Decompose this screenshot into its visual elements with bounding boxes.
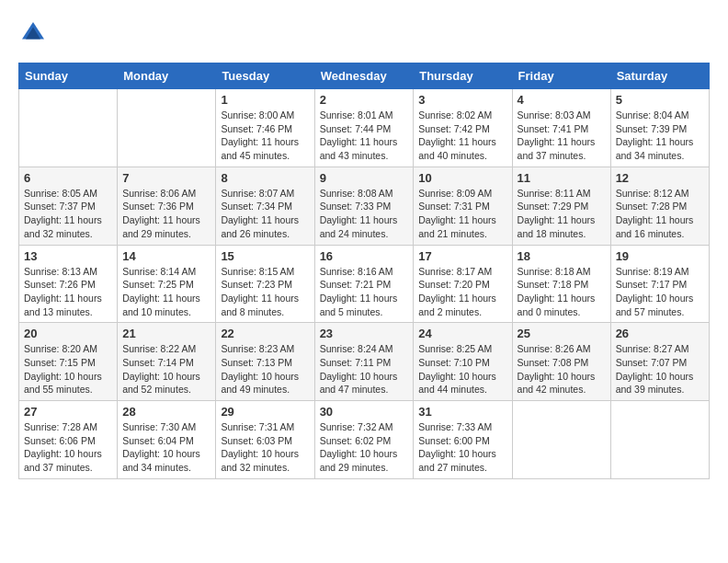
day-info: Sunrise: 8:22 AM Sunset: 7:14 PM Dayligh… (122, 342, 210, 396)
calendar-cell: 6Sunrise: 8:05 AM Sunset: 7:37 PM Daylig… (19, 167, 118, 245)
calendar-cell: 17Sunrise: 8:17 AM Sunset: 7:20 PM Dayli… (414, 245, 512, 323)
calendar-cell: 22Sunrise: 8:23 AM Sunset: 7:13 PM Dayli… (216, 323, 314, 401)
day-info: Sunrise: 8:18 AM Sunset: 7:18 PM Dayligh… (518, 265, 606, 319)
day-info: Sunrise: 8:13 AM Sunset: 7:26 PM Dayligh… (24, 265, 112, 319)
day-number: 6 (24, 171, 112, 185)
day-info: Sunrise: 8:07 AM Sunset: 7:34 PM Dayligh… (221, 187, 309, 241)
header-sunday: Sunday (19, 63, 118, 89)
day-number: 2 (320, 93, 409, 107)
day-info: Sunrise: 8:25 AM Sunset: 7:10 PM Dayligh… (418, 342, 506, 396)
day-number: 4 (518, 93, 606, 107)
day-number: 7 (122, 171, 210, 185)
day-number: 8 (221, 171, 309, 185)
day-info: Sunrise: 8:05 AM Sunset: 7:37 PM Dayligh… (24, 187, 112, 241)
day-info: Sunrise: 8:19 AM Sunset: 7:17 PM Dayligh… (616, 265, 704, 319)
day-info: Sunrise: 8:06 AM Sunset: 7:36 PM Dayligh… (122, 187, 210, 241)
day-info: Sunrise: 8:16 AM Sunset: 7:21 PM Dayligh… (320, 265, 409, 319)
header-monday: Monday (118, 63, 216, 89)
calendar-cell: 23Sunrise: 8:24 AM Sunset: 7:11 PM Dayli… (314, 323, 414, 401)
day-info: Sunrise: 8:24 AM Sunset: 7:11 PM Dayligh… (320, 342, 409, 396)
calendar-cell: 24Sunrise: 8:25 AM Sunset: 7:10 PM Dayli… (414, 323, 512, 401)
calendar-cell: 12Sunrise: 8:12 AM Sunset: 7:28 PM Dayli… (610, 167, 709, 245)
calendar-cell: 21Sunrise: 8:22 AM Sunset: 7:14 PM Dayli… (118, 323, 216, 401)
day-number: 24 (418, 327, 506, 340)
calendar-cell: 15Sunrise: 8:15 AM Sunset: 7:23 PM Dayli… (216, 245, 314, 323)
calendar-cell: 7Sunrise: 8:06 AM Sunset: 7:36 PM Daylig… (118, 167, 216, 245)
day-info: Sunrise: 8:02 AM Sunset: 7:42 PM Dayligh… (418, 109, 506, 163)
calendar-cell: 18Sunrise: 8:18 AM Sunset: 7:18 PM Dayli… (512, 245, 610, 323)
day-number: 27 (24, 405, 112, 419)
day-number: 29 (221, 405, 309, 419)
header-friday: Friday (512, 63, 610, 89)
day-number: 10 (418, 171, 506, 185)
day-info: Sunrise: 8:09 AM Sunset: 7:31 PM Dayligh… (418, 187, 506, 241)
day-number: 31 (418, 405, 506, 419)
calendar-cell: 10Sunrise: 8:09 AM Sunset: 7:31 PM Dayli… (414, 167, 512, 245)
day-info: Sunrise: 7:33 AM Sunset: 6:00 PM Dayligh… (418, 420, 506, 475)
calendar-cell: 20Sunrise: 8:20 AM Sunset: 7:15 PM Dayli… (19, 323, 118, 401)
day-number: 12 (616, 171, 704, 185)
day-number: 16 (320, 249, 409, 263)
calendar-week-5: 27Sunrise: 7:28 AM Sunset: 6:06 PM Dayli… (19, 401, 710, 479)
calendar-cell: 2Sunrise: 8:01 AM Sunset: 7:44 PM Daylig… (314, 89, 414, 167)
calendar-week-4: 20Sunrise: 8:20 AM Sunset: 7:15 PM Dayli… (19, 323, 710, 401)
calendar-cell: 25Sunrise: 8:26 AM Sunset: 7:08 PM Dayli… (512, 323, 610, 401)
calendar-cell: 5Sunrise: 8:04 AM Sunset: 7:39 PM Daylig… (610, 89, 709, 167)
calendar-week-3: 13Sunrise: 8:13 AM Sunset: 7:26 PM Dayli… (19, 245, 710, 323)
calendar-cell: 1Sunrise: 8:00 AM Sunset: 7:46 PM Daylig… (216, 89, 314, 167)
calendar-cell: 31Sunrise: 7:33 AM Sunset: 6:00 PM Dayli… (414, 401, 512, 479)
day-number: 25 (518, 327, 606, 340)
day-info: Sunrise: 7:30 AM Sunset: 6:04 PM Dayligh… (122, 420, 210, 475)
day-info: Sunrise: 8:04 AM Sunset: 7:39 PM Dayligh… (616, 109, 704, 163)
calendar-table: SundayMondayTuesdayWednesdayThursdayFrid… (18, 63, 710, 479)
calendar-cell (610, 401, 709, 479)
day-number: 1 (221, 93, 309, 107)
header-thursday: Thursday (414, 63, 512, 89)
day-number: 20 (24, 327, 112, 340)
calendar-cell (118, 89, 216, 167)
logo-icon (18, 18, 48, 48)
header-saturday: Saturday (610, 63, 709, 89)
day-number: 19 (616, 249, 704, 263)
day-number: 28 (122, 405, 210, 419)
day-number: 13 (24, 249, 112, 263)
calendar-cell: 9Sunrise: 8:08 AM Sunset: 7:33 PM Daylig… (314, 167, 414, 245)
day-number: 26 (616, 327, 704, 340)
day-number: 5 (616, 93, 704, 107)
day-info: Sunrise: 7:28 AM Sunset: 6:06 PM Dayligh… (24, 420, 112, 475)
calendar-header-row: SundayMondayTuesdayWednesdayThursdayFrid… (19, 63, 710, 89)
day-info: Sunrise: 8:01 AM Sunset: 7:44 PM Dayligh… (320, 109, 409, 163)
day-info: Sunrise: 8:08 AM Sunset: 7:33 PM Dayligh… (320, 187, 409, 241)
day-number: 18 (518, 249, 606, 263)
calendar-cell: 28Sunrise: 7:30 AM Sunset: 6:04 PM Dayli… (118, 401, 216, 479)
calendar-cell: 19Sunrise: 8:19 AM Sunset: 7:17 PM Dayli… (610, 245, 709, 323)
day-info: Sunrise: 8:26 AM Sunset: 7:08 PM Dayligh… (518, 342, 606, 396)
header-wednesday: Wednesday (314, 63, 414, 89)
day-info: Sunrise: 8:17 AM Sunset: 7:20 PM Dayligh… (418, 265, 506, 319)
day-number: 14 (122, 249, 210, 263)
day-info: Sunrise: 8:11 AM Sunset: 7:29 PM Dayligh… (518, 187, 606, 241)
day-number: 3 (418, 93, 506, 107)
calendar-cell (19, 89, 118, 167)
day-info: Sunrise: 7:31 AM Sunset: 6:03 PM Dayligh… (221, 420, 309, 475)
calendar-cell: 4Sunrise: 8:03 AM Sunset: 7:41 PM Daylig… (512, 89, 610, 167)
calendar-cell: 14Sunrise: 8:14 AM Sunset: 7:25 PM Dayli… (118, 245, 216, 323)
day-number: 30 (320, 405, 409, 419)
day-number: 17 (418, 249, 506, 263)
day-info: Sunrise: 8:12 AM Sunset: 7:28 PM Dayligh… (616, 187, 704, 241)
header-tuesday: Tuesday (216, 63, 314, 89)
calendar-cell: 8Sunrise: 8:07 AM Sunset: 7:34 PM Daylig… (216, 167, 314, 245)
page-header (18, 18, 710, 48)
calendar-cell: 29Sunrise: 7:31 AM Sunset: 6:03 PM Dayli… (216, 401, 314, 479)
calendar-cell: 13Sunrise: 8:13 AM Sunset: 7:26 PM Dayli… (19, 245, 118, 323)
calendar-cell: 3Sunrise: 8:02 AM Sunset: 7:42 PM Daylig… (414, 89, 512, 167)
day-number: 22 (221, 327, 309, 340)
day-info: Sunrise: 7:32 AM Sunset: 6:02 PM Dayligh… (320, 420, 409, 475)
day-info: Sunrise: 8:23 AM Sunset: 7:13 PM Dayligh… (221, 342, 309, 396)
calendar-cell: 30Sunrise: 7:32 AM Sunset: 6:02 PM Dayli… (314, 401, 414, 479)
calendar-cell: 27Sunrise: 7:28 AM Sunset: 6:06 PM Dayli… (19, 401, 118, 479)
day-number: 15 (221, 249, 309, 263)
calendar-cell: 26Sunrise: 8:27 AM Sunset: 7:07 PM Dayli… (610, 323, 709, 401)
day-info: Sunrise: 8:00 AM Sunset: 7:46 PM Dayligh… (221, 109, 309, 163)
logo (18, 18, 51, 48)
